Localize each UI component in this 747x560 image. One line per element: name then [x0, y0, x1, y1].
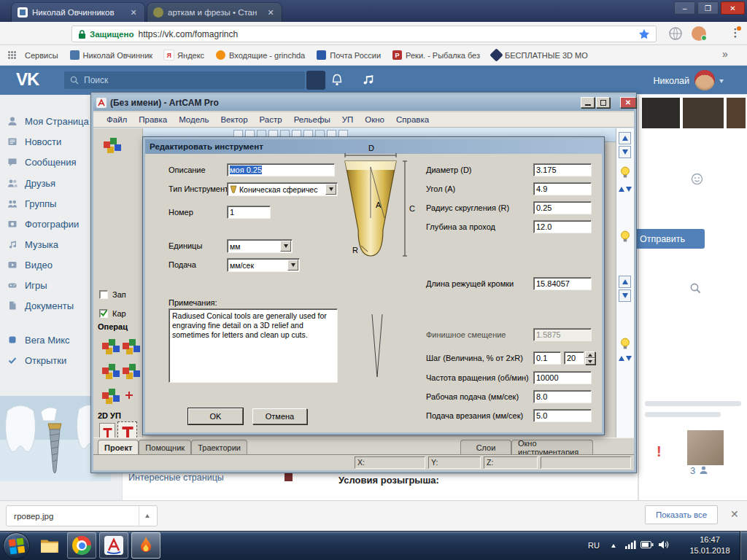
photo-thumbnail[interactable] — [687, 430, 724, 465]
bookmark-item-3d-models[interactable]: БЕСПЛАТНЫЕ 3D МО — [492, 50, 588, 60]
frame-checkbox[interactable] — [99, 309, 108, 318]
sidebar-item-groups[interactable]: Группы — [7, 195, 56, 211]
menu-window[interactable]: Окно — [359, 115, 390, 124]
dropdown-button[interactable] — [280, 241, 291, 252]
tool-type-select[interactable]: Коническая сферичес — [227, 182, 338, 196]
interesting-pages-heading[interactable]: Интересные страницы — [128, 472, 224, 483]
vk-header-app-tile[interactable] — [306, 71, 325, 90]
corner-radius-input[interactable] — [533, 201, 592, 214]
stepover-input[interactable] — [533, 351, 561, 365]
toolpath-icon[interactable] — [102, 343, 109, 349]
browser-tab-forum[interactable]: арткам и фрезы • Стан ✕ — [147, 3, 282, 22]
tab-tool-window[interactable]: Окно инструментария — [511, 440, 593, 454]
battery-icon[interactable] — [640, 541, 654, 548]
units-select[interactable]: мм — [227, 239, 293, 253]
record-checkbox[interactable] — [99, 290, 108, 299]
toolpath-icon[interactable] — [102, 392, 109, 399]
taskbar-flame-app-button[interactable] — [131, 532, 160, 559]
photo-thumbnail[interactable] — [727, 98, 746, 128]
description-input[interactable]: моя 0.25 — [227, 163, 335, 176]
cut-length-input[interactable] — [533, 277, 592, 290]
vk-search-input[interactable]: Поиск — [64, 71, 305, 89]
sidebar-item-video[interactable]: Видео — [7, 257, 53, 273]
hint-lightbulb-icon[interactable] — [619, 338, 631, 351]
sidebar-item-photos[interactable]: Фотографии — [7, 216, 79, 232]
sidebar-item-postcards[interactable]: Открытки — [7, 352, 66, 368]
sidebar-item-music[interactable]: Музыка — [7, 236, 58, 252]
tab-close-icon[interactable]: ✕ — [266, 7, 276, 18]
cancel-button[interactable]: Отмена — [252, 408, 307, 424]
pass-depth-input[interactable] — [533, 220, 592, 233]
menu-file[interactable]: Файл — [101, 115, 133, 124]
menu-vector[interactable]: Вектор — [214, 115, 253, 124]
spindle-speed-input[interactable] — [533, 371, 592, 384]
scroll-down-button[interactable] — [619, 289, 631, 302]
number-input[interactable] — [227, 206, 271, 219]
magnifier-icon[interactable] — [689, 282, 702, 295]
download-item[interactable]: гровер.jpg — [6, 505, 158, 526]
hint-lightbulb-icon[interactable] — [619, 230, 631, 244]
bookmark-item-russian-post[interactable]: Почта России — [317, 50, 381, 60]
artcam-minimize-button[interactable] — [581, 97, 595, 108]
menu-toolpaths[interactable]: УП — [336, 115, 360, 124]
address-bar[interactable]: Защищено https://vk.com/fomagrinch — [71, 26, 657, 42]
hint-lightbulb-icon[interactable] — [619, 166, 631, 179]
sidebar-item-profile[interactable]: Моя Страница — [7, 113, 89, 129]
smiley-icon[interactable] — [691, 173, 703, 185]
window-maximize-button[interactable]: ❐ — [697, 1, 719, 15]
close-shelf-icon[interactable]: ✕ — [730, 508, 739, 520]
profile-avatar-icon[interactable] — [692, 26, 706, 41]
taskbar-artcam-button[interactable] — [99, 532, 128, 559]
move-arrows-icon[interactable] — [619, 356, 632, 361]
menu-model[interactable]: Модель — [173, 115, 214, 124]
photo-thumbnail[interactable] — [683, 98, 724, 128]
start-button[interactable] — [3, 532, 30, 559]
bookmark-item-vk-profile[interactable]: Николай Овчинник — [70, 50, 153, 60]
menu-raster[interactable]: Растр — [254, 115, 288, 124]
toolpath-icon[interactable] — [123, 343, 129, 349]
bookmark-item-yandex[interactable]: ЯЯндекс — [164, 50, 204, 60]
scroll-up-button[interactable] — [619, 132, 631, 144]
sidebar-item-documents[interactable]: Документы — [7, 298, 74, 314]
plunge-rate-input[interactable] — [533, 409, 592, 422]
taskbar-chrome-button[interactable] — [67, 532, 96, 559]
bookmark-item-inbox[interactable]: Входящие - grinchda — [216, 50, 305, 60]
chevron-down-icon[interactable] — [719, 79, 724, 83]
browser-tab-vk[interactable]: Николай Овчинников ✕ — [12, 3, 144, 22]
notes-textarea[interactable]: Radiused Conical tools are generally use… — [169, 308, 338, 383]
stepover-spinner[interactable] — [585, 351, 595, 365]
tab-layers[interactable]: Слои — [460, 440, 511, 454]
bookmark-star-icon[interactable] — [638, 28, 650, 40]
bookmarks-overflow-icon[interactable]: » — [722, 48, 728, 60]
clock-date[interactable]: 15.01.2018 — [678, 546, 741, 555]
toolpath-icon[interactable] — [102, 368, 109, 374]
vk-logo[interactable]: VK — [16, 69, 39, 90]
sidebar-item-friends[interactable]: Друзья — [7, 175, 55, 191]
ok-button[interactable]: OK — [188, 408, 243, 424]
show-all-downloads-button[interactable]: Показать все — [645, 505, 718, 524]
notifications-bell-icon[interactable] — [330, 72, 344, 88]
menu-reliefs[interactable]: Рельефы — [288, 115, 336, 124]
extension-globe-icon[interactable] — [668, 26, 683, 41]
window-minimize-button[interactable]: – — [674, 1, 695, 15]
sidebar-item-news[interactable]: Новости — [7, 133, 61, 149]
menu-help[interactable]: Справка — [390, 115, 435, 124]
tab-close-icon[interactable]: ✕ — [128, 7, 139, 18]
project-tree-icon[interactable] — [104, 141, 110, 148]
network-signal-icon[interactable] — [624, 540, 636, 550]
scroll-up-button[interactable] — [619, 276, 631, 288]
artcam-close-button[interactable]: ✕ — [620, 97, 636, 108]
vk-user-avatar[interactable] — [694, 70, 715, 90]
add-icon[interactable] — [124, 391, 134, 401]
feed-rate-input[interactable] — [533, 390, 592, 403]
download-chevron-icon[interactable] — [145, 514, 150, 518]
vk-username[interactable]: Николай — [635, 76, 689, 86]
toolpath-icon[interactable] — [123, 368, 129, 374]
photo-thumbnail[interactable] — [642, 98, 680, 128]
music-note-icon[interactable] — [362, 73, 375, 86]
volume-icon[interactable] — [658, 540, 670, 550]
dropdown-button[interactable] — [287, 260, 298, 271]
artcam-title-bar[interactable]: (Без имени) - ArtCAM Pro — [93, 95, 634, 111]
window-close-button[interactable]: ✕ — [721, 1, 745, 15]
language-indicator[interactable]: RU — [588, 541, 600, 550]
